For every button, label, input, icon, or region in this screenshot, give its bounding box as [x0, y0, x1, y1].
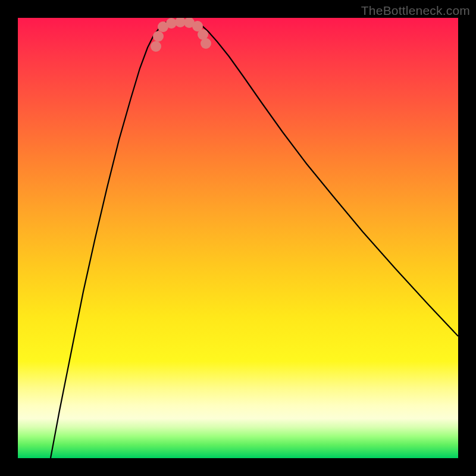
watermark-text: TheBottleneck.com — [361, 4, 470, 18]
right-curve-path — [196, 22, 458, 336]
marker-dot — [201, 38, 211, 49]
curve-overlay — [18, 18, 458, 458]
marker-dot — [151, 41, 161, 52]
bottom-markers — [151, 18, 211, 52]
marker-dot — [153, 31, 164, 42]
left-curve-path — [51, 22, 167, 458]
